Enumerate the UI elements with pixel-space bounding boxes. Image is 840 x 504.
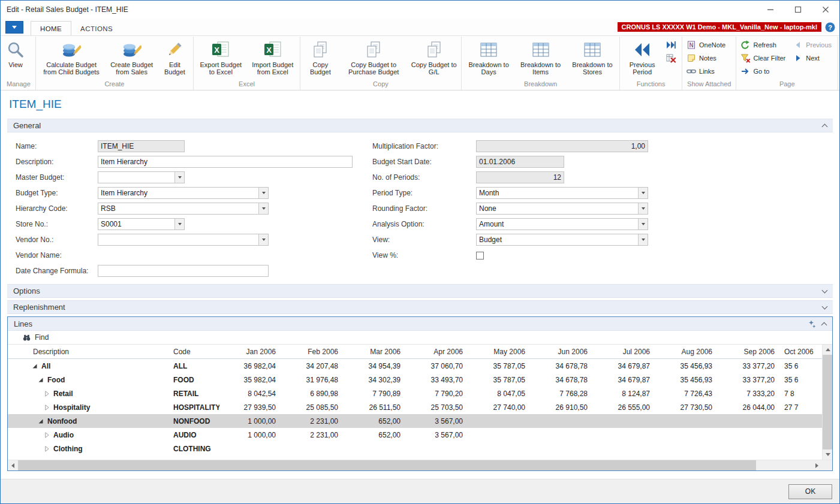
line-value[interactable]: 3 567,00 <box>407 414 469 428</box>
line-row-all[interactable]: AllALL36 982,0434 207,4834 954,3937 060,… <box>8 359 822 373</box>
line-value[interactable]: 34 679,87 <box>594 359 656 373</box>
dropdown-arrow-icon[interactable] <box>638 188 648 198</box>
line-row-food[interactable]: FoodFOOD35 982,0431 976,4834 302,3933 49… <box>8 373 822 387</box>
line-value[interactable]: 26 044,00 <box>718 400 781 414</box>
column-header-may-2006[interactable]: May 2006 <box>469 345 531 358</box>
import-budget-from-excel-button[interactable]: XImport Budget from Excel <box>247 37 299 79</box>
line-value[interactable]: 1 000,00 <box>219 414 282 428</box>
line-value[interactable]: 34 302,39 <box>344 373 407 387</box>
column-header-apr-2006[interactable]: Apr 2006 <box>407 345 469 358</box>
line-value[interactable]: 7 8 <box>781 387 822 400</box>
section-header-replenishment[interactable]: Replenishment <box>7 300 833 314</box>
line-value[interactable] <box>219 442 282 455</box>
line-value[interactable]: 33 377,20 <box>718 373 781 387</box>
line-row-nonfood[interactable]: NonfoodNONFOOD1 000,002 231,00652,003 56… <box>8 414 822 428</box>
line-value[interactable]: 7 790,20 <box>407 387 469 400</box>
date-change-formula-value[interactable] <box>98 265 268 276</box>
view-button[interactable]: View <box>3 37 28 79</box>
line-value[interactable]: 35 787,05 <box>469 373 531 387</box>
help-button[interactable]: ? <box>825 22 835 32</box>
master-budget-select[interactable] <box>98 171 185 183</box>
line-value[interactable]: 35 456,93 <box>656 373 718 387</box>
dropdown-arrow-icon[interactable] <box>258 188 268 198</box>
copy-budget-button[interactable]: Copy Budget <box>302 37 339 79</box>
line-value[interactable]: 33 377,20 <box>718 359 781 373</box>
line-value[interactable] <box>531 414 594 428</box>
budget-start-date-value[interactable] <box>477 156 564 167</box>
scroll-up-button[interactable] <box>823 345 833 355</box>
column-header-mar-2006[interactable]: Mar 2006 <box>344 345 407 358</box>
line-value[interactable]: 27 730,50 <box>656 400 718 414</box>
delete-table-button[interactable] <box>663 52 681 65</box>
tab-home[interactable]: HOME <box>31 21 71 36</box>
next-period-button[interactable] <box>663 38 681 52</box>
line-value[interactable] <box>282 442 344 455</box>
line-row-audio[interactable]: AudioAUDIO1 000,002 231,00652,003 567,00 <box>8 428 822 442</box>
view-select[interactable] <box>476 234 648 246</box>
links-button[interactable]: Links <box>684 65 730 78</box>
line-value[interactable]: 34 678,78 <box>531 359 594 373</box>
view-value[interactable] <box>477 234 638 245</box>
dropdown-arrow-icon[interactable] <box>638 234 648 245</box>
line-value[interactable]: 35 6 <box>781 373 822 387</box>
go-to-button[interactable]: Go to <box>737 65 790 78</box>
expand-toggle-icon[interactable] <box>44 432 50 438</box>
collapse-toggle-icon[interactable] <box>38 377 44 383</box>
previous-period-button[interactable]: Previous Period <box>621 37 663 79</box>
dropdown-arrow-icon[interactable] <box>258 234 268 245</box>
line-row-retail[interactable]: RetailRETAIL8 042,546 890,987 790,897 79… <box>8 387 822 400</box>
line-value[interactable]: 35 456,93 <box>656 359 718 373</box>
store-no-select[interactable] <box>98 218 185 230</box>
line-value[interactable] <box>344 442 407 455</box>
export-budget-to-excel-button[interactable]: XExport Budget to Excel <box>195 37 246 79</box>
chevron-down-icon[interactable] <box>822 303 828 309</box>
previous-button[interactable]: Previous <box>790 38 836 52</box>
expand-toggle-icon[interactable] <box>44 446 50 452</box>
section-header-options[interactable]: Options <box>7 284 833 298</box>
dropdown-arrow-icon[interactable] <box>174 172 184 183</box>
line-value[interactable]: 34 679,87 <box>594 373 656 387</box>
minimize-button[interactable] <box>757 1 784 19</box>
line-value[interactable]: 25 703,50 <box>407 400 469 414</box>
line-value[interactable]: 36 982,04 <box>219 359 282 373</box>
line-value[interactable]: 26 910,50 <box>531 400 594 414</box>
column-header-jan-2006[interactable]: Jan 2006 <box>219 345 282 358</box>
line-value[interactable]: 25 085,50 <box>282 400 344 414</box>
line-value[interactable]: 7 790,89 <box>344 387 407 400</box>
name-input[interactable] <box>98 140 185 152</box>
hierarchy-code-value[interactable] <box>98 203 258 214</box>
budget-start-date-input[interactable] <box>476 156 564 168</box>
column-header-feb-2006[interactable]: Feb 2006 <box>282 345 344 358</box>
line-value[interactable]: 27 939,50 <box>219 400 282 414</box>
line-value[interactable]: 37 060,70 <box>407 359 469 373</box>
line-value[interactable]: 2 231,00 <box>282 414 344 428</box>
chevron-up-icon[interactable] <box>822 124 828 130</box>
line-value[interactable] <box>656 428 718 442</box>
line-value[interactable]: 34 954,39 <box>344 359 407 373</box>
scroll-left-button[interactable] <box>8 460 18 470</box>
breakdown-to-days-button[interactable]: Breakdown to Days <box>463 37 514 79</box>
refresh-button[interactable]: Refresh <box>737 38 790 52</box>
dropdown-arrow-icon[interactable] <box>638 203 648 214</box>
horizontal-scroll-thumb[interactable] <box>18 460 756 470</box>
line-value[interactable]: 6 890,98 <box>282 387 344 400</box>
horizontal-scrollbar[interactable] <box>8 460 832 470</box>
scroll-right-button[interactable] <box>812 460 822 470</box>
horizontal-scroll-track[interactable] <box>18 460 812 470</box>
dropdown-arrow-icon[interactable] <box>258 203 268 214</box>
line-value[interactable]: 31 976,48 <box>282 373 344 387</box>
line-value[interactable] <box>531 442 594 455</box>
line-value[interactable]: 26 511,50 <box>344 400 407 414</box>
line-value[interactable]: 3 567,00 <box>407 428 469 442</box>
scroll-down-button[interactable] <box>823 449 833 460</box>
line-value[interactable]: 35 787,05 <box>469 359 531 373</box>
description-input[interactable] <box>98 156 353 168</box>
no-of-periods-input[interactable] <box>476 171 564 183</box>
column-header-sep-2006[interactable]: Sep 2006 <box>718 345 781 358</box>
collapse-toggle-icon[interactable] <box>32 363 38 369</box>
line-value[interactable]: 1 000,00 <box>219 428 282 442</box>
line-value[interactable]: 27 740,00 <box>469 400 531 414</box>
budget-type-select[interactable] <box>98 187 269 199</box>
line-value[interactable] <box>469 428 531 442</box>
line-value[interactable]: 7 333,20 <box>718 387 781 400</box>
